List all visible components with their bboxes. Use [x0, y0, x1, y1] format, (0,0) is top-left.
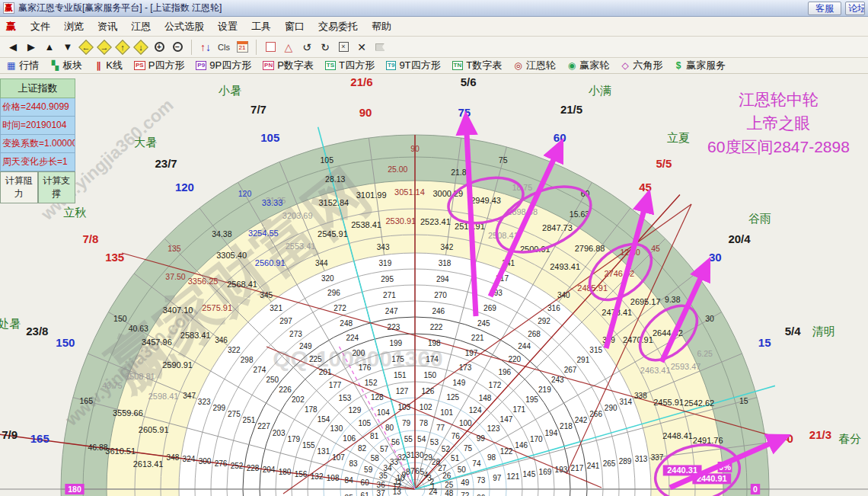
- svg-text:3407.10: 3407.10: [163, 306, 193, 315]
- ribbon-item-赢家服务[interactable]: $赢家服务: [674, 59, 726, 72]
- svg-text:129: 129: [349, 406, 362, 414]
- svg-text:3254.55: 3254.55: [248, 229, 279, 238]
- svg-text:222: 222: [430, 323, 443, 331]
- gann-wheel-canvas[interactable]: 赢家财富网www.yingjia360.comwww.yingjia360.co…: [0, 74, 868, 496]
- menu-settings[interactable]: 设置: [211, 18, 244, 36]
- svg-text:春分: 春分: [838, 432, 861, 445]
- svg-text:174: 174: [426, 355, 439, 363]
- rotate-cw-icon[interactable]: ↻: [317, 39, 333, 56]
- svg-text:处暑: 处暑: [0, 317, 21, 330]
- back-icon[interactable]: ◀: [5, 39, 21, 56]
- svg-text:5/6: 5/6: [461, 75, 477, 88]
- brand-icon: 赢: [6, 20, 16, 34]
- ribbon-item-江恩轮[interactable]: ◎江恩轮: [513, 59, 555, 72]
- svg-text:57: 57: [380, 445, 389, 453]
- ribbon-icon: P9: [196, 61, 206, 70]
- ribbon-item-板块[interactable]: ▚板块: [50, 59, 82, 72]
- svg-text:130: 130: [330, 424, 343, 433]
- svg-text:29: 29: [424, 453, 433, 462]
- menu-gann[interactable]: 江恩: [124, 18, 158, 36]
- svg-text:180: 180: [279, 468, 292, 476]
- calendar-icon[interactable]: 21: [234, 39, 251, 56]
- menu-file[interactable]: 文件: [24, 18, 57, 36]
- svg-text:249: 249: [299, 342, 312, 350]
- forward-icon[interactable]: ▶: [23, 39, 40, 56]
- svg-text:173: 173: [459, 363, 472, 372]
- ribbon-item-9T四方形[interactable]: T99T四方形: [386, 59, 441, 72]
- svg-text:23/7: 23/7: [155, 157, 177, 170]
- ribbon-item-P四方形[interactable]: PSP四方形: [134, 59, 184, 72]
- fit-icon[interactable]: ✕: [353, 39, 370, 56]
- svg-text:45: 45: [651, 244, 660, 253]
- customer-service-button[interactable]: 客服: [808, 2, 841, 15]
- svg-text:78: 78: [420, 419, 429, 427]
- svg-text:148: 148: [479, 394, 492, 402]
- pan-right-icon[interactable]: →: [96, 39, 113, 56]
- svg-text:170: 170: [530, 435, 543, 443]
- up-icon[interactable]: ▲: [41, 39, 58, 56]
- pan-up-icon[interactable]: ↑: [114, 39, 131, 56]
- ribbon-item-T数字表[interactable]: TNT数字表: [452, 59, 503, 72]
- index-name: 上证指数: [0, 78, 75, 98]
- ribbon-item-K线[interactable]: ∥K线: [94, 59, 123, 72]
- svg-text:200: 200: [353, 349, 365, 357]
- svg-text:217: 217: [571, 464, 584, 472]
- svg-text:3508.81: 3508.81: [125, 372, 155, 381]
- calc-resistance-button[interactable]: 计算阻力: [0, 171, 38, 203]
- svg-text:337: 337: [651, 453, 664, 462]
- svg-text:101: 101: [440, 408, 453, 417]
- menu-news[interactable]: 资讯: [91, 18, 124, 36]
- menu-trade[interactable]: 交易委托: [311, 18, 365, 36]
- svg-text:124: 124: [469, 406, 482, 414]
- svg-text:25.00: 25.00: [388, 165, 407, 174]
- ribbon-item-P数字表[interactable]: PNP数字表: [263, 59, 314, 72]
- svg-text:21/5: 21/5: [560, 103, 582, 116]
- svg-text:149: 149: [453, 379, 466, 387]
- svg-text:198: 198: [428, 339, 441, 347]
- menu-browse[interactable]: 浏览: [57, 18, 91, 36]
- menu-formula-select[interactable]: 公式选股: [158, 18, 211, 36]
- pan-down-icon[interactable]: ↓: [132, 39, 149, 56]
- svg-text:2613.41: 2613.41: [133, 459, 164, 469]
- svg-text:37: 37: [377, 489, 386, 496]
- svg-text:7/9: 7/9: [2, 428, 18, 441]
- ribbon-item-行情[interactable]: ▦行情: [6, 59, 39, 72]
- ribbon-item-9P四方形[interactable]: P99P四方形: [196, 59, 251, 72]
- ribbon-icon: T9: [386, 61, 396, 70]
- ribbon-icon: ▦: [6, 62, 16, 69]
- svg-text:79: 79: [402, 419, 411, 427]
- menu-help[interactable]: 帮助: [365, 18, 398, 36]
- svg-text:59: 59: [364, 466, 373, 474]
- triangle-tool-icon[interactable]: △: [280, 39, 297, 56]
- menu-tools[interactable]: 工具: [244, 18, 278, 36]
- svg-text:348: 348: [167, 453, 180, 462]
- svg-text:156: 156: [295, 470, 308, 478]
- square-tool-icon[interactable]: [262, 39, 279, 56]
- ribbon-item-T四方形[interactable]: TST四方形: [325, 59, 375, 72]
- svg-text:97: 97: [493, 474, 502, 482]
- svg-text:289: 289: [619, 457, 632, 466]
- calc-support-button[interactable]: 计算支撑: [38, 171, 76, 203]
- rotate-ccw-icon[interactable]: ↺: [298, 39, 315, 56]
- maximize-icon[interactable]: ×: [335, 39, 352, 56]
- flag-icon[interactable]: [372, 39, 388, 56]
- svg-text:2440.31: 2440.31: [667, 466, 697, 475]
- zoom-out-icon[interactable]: −: [169, 39, 186, 56]
- svg-text:107: 107: [332, 453, 345, 462]
- svg-text:165: 165: [30, 432, 49, 445]
- svg-text:7: 7: [410, 467, 415, 475]
- forum-button[interactable]: 论坛: [845, 2, 865, 15]
- svg-text:203: 203: [273, 429, 286, 437]
- zoom-in-icon[interactable]: +: [151, 39, 168, 56]
- cls-icon[interactable]: Cls: [215, 39, 232, 56]
- updown-icon[interactable]: ↑↓: [197, 39, 214, 56]
- svg-text:58: 58: [371, 454, 380, 462]
- svg-text:315: 315: [589, 346, 602, 354]
- pan-left-icon[interactable]: ←: [78, 39, 94, 56]
- ribbon-item-六角形[interactable]: ◇六角形: [621, 59, 662, 72]
- ribbon-item-赢家轮[interactable]: ◉赢家轮: [567, 59, 609, 72]
- svg-text:322: 322: [228, 346, 241, 354]
- down-icon[interactable]: ▼: [59, 39, 76, 56]
- ribbon-label: 江恩轮: [526, 59, 556, 72]
- menu-window[interactable]: 窗口: [278, 18, 311, 36]
